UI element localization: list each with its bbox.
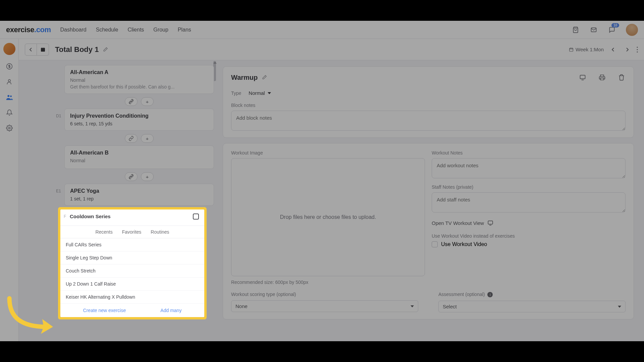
stop-icon[interactable] [193, 214, 199, 220]
exercise-meta: 1 set, 1 rep [70, 196, 208, 201]
calendar-button[interactable] [37, 44, 49, 56]
tab-favorites[interactable]: Favorites [122, 229, 142, 235]
list-item[interactable]: Keiser HK Alternating X Pulldown [60, 291, 204, 304]
image-dropzone[interactable]: Drop files here or choose files to uploa… [231, 158, 425, 276]
tab-recents[interactable]: Recents [95, 229, 112, 235]
chat-icon[interactable]: 10 [608, 26, 616, 34]
block-editor: Warmup Type Normal Block notes [217, 60, 644, 341]
tv-view-label: Open TV Workout View [432, 220, 484, 226]
unlink-button[interactable] [125, 172, 138, 181]
list-item[interactable]: Full CARs Series [60, 238, 204, 251]
use-video-checkbox[interactable] [432, 241, 438, 247]
block-notes-input[interactable] [231, 111, 626, 131]
staff-notes-label: Staff Notes (private) [432, 184, 626, 190]
exercise-tag: E1 [56, 189, 61, 193]
staff-notes-input[interactable] [432, 192, 626, 213]
add-button[interactable]: + [141, 172, 154, 181]
exercise-tag: D1 [56, 114, 61, 118]
users-icon[interactable] [5, 93, 13, 101]
workout-notes-label: Workout Notes [432, 150, 626, 156]
mail-icon[interactable] [590, 26, 598, 34]
svg-rect-10 [570, 48, 573, 51]
week-prev[interactable] [608, 45, 618, 54]
scoring-select[interactable]: None [231, 300, 418, 312]
back-button[interactable] [25, 44, 37, 56]
rec-size-text: Recommended size: 600px by 500px [231, 280, 425, 285]
avatar[interactable] [626, 24, 638, 36]
org-logo[interactable] [3, 43, 15, 55]
exercise-sub: Normal [70, 77, 208, 83]
tv-icon[interactable] [579, 73, 587, 81]
dollar-icon[interactable] [5, 62, 13, 70]
nav-clients[interactable]: Clients [127, 27, 144, 33]
exercise-sub: Normal [70, 158, 208, 163]
edit-block-icon[interactable] [262, 75, 267, 80]
edit-plan-icon[interactable] [103, 47, 108, 52]
svg-rect-9 [44, 47, 44, 48]
type-label: Type [231, 90, 241, 96]
exercise-meta: 6 sets, 1 rep, 15 yds [70, 121, 208, 126]
exercise-title: All-American B [70, 150, 208, 156]
info-icon[interactable]: i [487, 292, 493, 297]
exercise-options: Full CARs Series Single Leg Step Down Co… [60, 238, 204, 304]
unlink-button[interactable] [125, 97, 138, 106]
notif-badge: 10 [611, 23, 619, 27]
list-item[interactable]: Up 2 Down 1 Calf Raise [60, 278, 204, 291]
exercise-title: Injury Prevention Conditioning [70, 113, 208, 119]
week-selector[interactable]: Week 1:Mon [569, 47, 604, 52]
use-video-text: Use Workout Video [441, 241, 487, 247]
user-icon[interactable] [5, 78, 13, 86]
workout-image-label: Workout Image [231, 150, 425, 156]
nav-group[interactable]: Group [153, 27, 168, 33]
workout-notes-input[interactable] [432, 158, 626, 178]
exercise-card[interactable]: E1 APEC Yoga 1 set, 1 rep [64, 184, 214, 206]
link-button[interactable] [125, 134, 138, 143]
exercise-title: All-American A [70, 69, 208, 75]
exercise-card[interactable]: All-American A Normal Get them barefoot … [64, 65, 214, 94]
list-item[interactable]: Single Leg Step Down [60, 251, 204, 264]
shop-icon[interactable] [572, 26, 580, 34]
scoring-label: Workout scoring type (optional) [231, 292, 418, 297]
svg-point-13 [637, 51, 638, 52]
type-select[interactable]: Normal [249, 90, 271, 96]
add-button[interactable]: + [141, 134, 154, 143]
create-exercise-link[interactable]: Create new exercise [83, 308, 126, 313]
more-menu[interactable] [637, 47, 638, 53]
svg-point-5 [8, 127, 10, 129]
plan-header: Total Body 1 Week 1:Mon [19, 39, 644, 60]
tab-routines[interactable]: Routines [151, 229, 169, 235]
block-title: Warmup [231, 74, 258, 81]
add-many-link[interactable]: Add many [160, 308, 181, 313]
tv-view-icon[interactable] [487, 220, 493, 226]
svg-point-11 [637, 47, 638, 48]
add-button[interactable]: + [141, 97, 154, 106]
svg-rect-8 [42, 47, 42, 48]
block-letter: F [64, 214, 66, 219]
exercise-card[interactable]: All-American B Normal [64, 145, 214, 169]
top-nav: exercise.com Dashboard Schedule Clients … [0, 21, 644, 39]
print-icon[interactable] [598, 73, 606, 81]
gear-icon[interactable] [5, 124, 13, 132]
svg-point-2 [8, 79, 10, 82]
trash-icon[interactable] [618, 73, 626, 81]
callout-arrow-icon [3, 295, 60, 335]
exercise-note: Get them barefoot for this if possible. … [70, 84, 208, 89]
nav-plans[interactable]: Plans [178, 27, 191, 33]
svg-rect-17 [488, 221, 493, 224]
search-input[interactable]: Cooldown Series [70, 214, 111, 219]
bell-icon[interactable] [5, 109, 13, 117]
svg-point-3 [7, 95, 9, 97]
nav-schedule[interactable]: Schedule [96, 27, 118, 33]
svg-point-12 [637, 49, 638, 50]
exercise-search-popup: F Cooldown Series Recents Favorites Rout… [58, 207, 207, 319]
assessment-label: Assessment (optional) i [438, 292, 626, 297]
svg-rect-7 [41, 48, 45, 49]
svg-point-4 [10, 96, 12, 97]
assessment-select[interactable]: Select [438, 301, 626, 312]
exercise-card[interactable]: D1 Injury Prevention Conditioning 6 sets… [64, 109, 214, 131]
week-next[interactable] [623, 45, 632, 54]
use-video-label: Use Workout Video instead of exercises [432, 233, 626, 239]
list-item[interactable]: Couch Stretch [60, 264, 204, 278]
nav-dashboard[interactable]: Dashboard [60, 27, 86, 33]
exercise-title: APEC Yoga [70, 188, 208, 194]
